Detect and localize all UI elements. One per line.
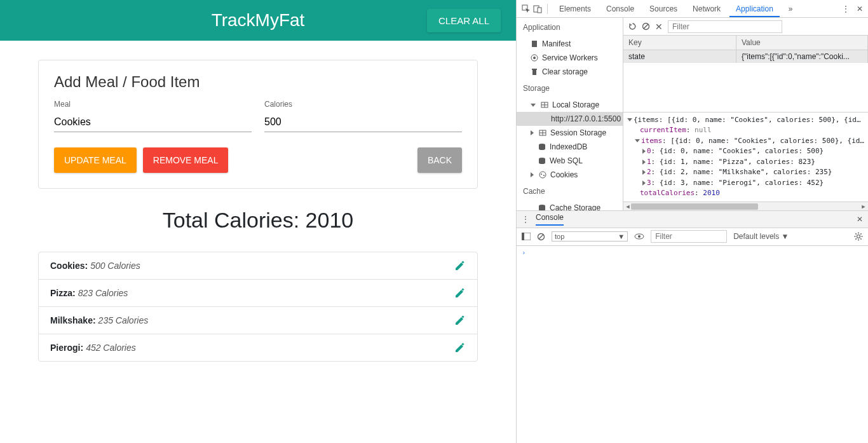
svg-point-29	[543, 175, 545, 176]
chevron-down-icon	[531, 104, 536, 107]
svg-line-53	[860, 233, 861, 234]
tabs-more[interactable]: »	[782, 1, 799, 17]
svg-point-26	[539, 161, 545, 164]
console-toolbar: top▼ Default levels ▼	[517, 228, 868, 246]
app-header: TrackMyFat CLEAR ALL	[0, 0, 516, 41]
delete-icon[interactable]: ✕	[655, 22, 663, 32]
svg-line-50	[855, 233, 856, 234]
edit-icon[interactable]	[454, 260, 466, 271]
svg-rect-3	[461, 343, 464, 345]
svg-point-44	[638, 235, 641, 238]
block-icon[interactable]	[642, 22, 650, 31]
tab-network[interactable]: Network	[686, 1, 727, 17]
item-calories: 235 Calories	[98, 315, 149, 325]
inspect-icon[interactable]	[522, 4, 531, 13]
chevron-down-icon[interactable]	[635, 139, 640, 142]
chevron-right-icon	[531, 130, 534, 135]
svg-line-38	[644, 24, 648, 29]
chevron-right-icon[interactable]	[642, 160, 646, 165]
sidebar-item-clear-storage[interactable]: Clear storage	[517, 65, 623, 79]
sidebar-item-local-storage-origin[interactable]: http://127.0.0.1:5500	[517, 112, 623, 126]
storage-toolbar: ✕	[623, 18, 868, 36]
meal-label: Meal	[54, 100, 252, 109]
storage-table-header: Key Value	[623, 36, 868, 50]
tab-console[interactable]: Console	[600, 1, 641, 17]
svg-line-51	[860, 238, 861, 239]
storage-filter-input[interactable]	[668, 20, 782, 33]
chevron-right-icon[interactable]	[642, 170, 646, 175]
sidebar-toggle-icon[interactable]	[522, 233, 531, 240]
devtools-main: ✕ Key Value state {"items":[{"id":0,"nam…	[623, 18, 868, 210]
console-filter-input[interactable]	[651, 230, 727, 243]
sidebar-item-cache-storage[interactable]: Cache Storage	[517, 201, 623, 210]
sidebar-item-local-storage[interactable]: Local Storage	[517, 98, 623, 112]
svg-rect-10	[532, 70, 536, 75]
item-calories: 452 Calories	[86, 343, 136, 353]
back-button[interactable]: BACK	[417, 147, 462, 173]
eye-icon[interactable]	[634, 233, 644, 240]
svg-line-42	[539, 235, 543, 239]
edit-icon[interactable]	[454, 315, 466, 326]
item-name: Pierogi:	[50, 343, 83, 353]
sidebar-item-manifest[interactable]: Manifest	[517, 37, 623, 51]
th-key[interactable]: Key	[623, 36, 736, 50]
app-brand: TrackMyFat	[212, 10, 305, 31]
list-item: Pizza: 823 Calories	[39, 280, 477, 307]
meal-input[interactable]	[54, 112, 252, 132]
tab-application[interactable]: Application	[729, 1, 780, 17]
item-name: Cookies:	[50, 261, 88, 271]
scroll-thumb[interactable]	[631, 203, 758, 210]
item-name: Pizza:	[50, 288, 76, 298]
edit-icon[interactable]	[454, 342, 466, 353]
close-icon[interactable]: ✕	[857, 4, 863, 13]
item-calories: 823 Calories	[78, 288, 128, 298]
item-name: Milkshake:	[50, 315, 96, 325]
svg-point-9	[533, 57, 536, 59]
chevron-right-icon	[531, 172, 534, 177]
tab-elements[interactable]: Elements	[553, 1, 597, 17]
sidebar-item-websql[interactable]: Web SQL	[517, 154, 623, 168]
sidebar-item-service-workers[interactable]: Service Workers	[517, 51, 623, 65]
calories-input[interactable]	[264, 112, 462, 132]
console-body[interactable]: ›	[517, 246, 868, 444]
th-value[interactable]: Value	[736, 36, 868, 50]
horizontal-scrollbar[interactable]: ◄ ►	[623, 201, 868, 210]
sidebar-item-indexeddb[interactable]: IndexedDB	[517, 140, 623, 154]
levels-selector[interactable]: Default levels ▼	[733, 232, 789, 241]
edit-icon[interactable]	[454, 287, 466, 299]
chevron-right-icon[interactable]	[642, 181, 646, 186]
scroll-right-icon[interactable]: ►	[860, 203, 867, 210]
gear-icon[interactable]	[854, 232, 863, 241]
list-item: Milkshake: 235 Calories	[39, 307, 477, 334]
chevron-right-icon[interactable]	[642, 149, 646, 154]
svg-point-28	[541, 174, 542, 175]
clear-console-icon[interactable]	[537, 233, 545, 241]
clear-all-button[interactable]: CLEAR ALL	[427, 9, 501, 32]
remove-meal-button[interactable]: REMOVE MEAL	[143, 147, 229, 173]
item-calories: 500 Calories	[90, 261, 140, 271]
devtools-panel: Elements Console Sources Network Applica…	[516, 0, 868, 443]
svg-line-52	[855, 238, 856, 239]
tab-sources[interactable]: Sources	[643, 1, 684, 17]
sidebar-item-cookies[interactable]: Cookies	[517, 168, 623, 182]
refresh-icon[interactable]	[628, 22, 637, 31]
storage-row[interactable]: state {"items":[{"id":0,"name":"Cooki...	[623, 50, 868, 63]
sidebar-item-session-storage[interactable]: Session Storage	[517, 126, 623, 140]
scroll-left-icon[interactable]: ◄	[625, 203, 631, 210]
devtools-sidebar: Application Manifest Service Workers Cle…	[517, 18, 623, 210]
devtools-tabbar: Elements Console Sources Network Applica…	[517, 0, 868, 18]
svg-point-45	[857, 235, 860, 238]
kebab-icon[interactable]: ⋮	[522, 215, 529, 224]
list-item: Pierogi: 452 Calories	[39, 334, 477, 361]
svg-rect-6	[538, 8, 541, 13]
chevron-down-icon[interactable]	[627, 118, 632, 121]
device-icon[interactable]	[533, 4, 542, 13]
console-tab[interactable]: Console	[536, 213, 564, 226]
meal-form-card: Add Meal / Food Item Meal Calories UPDAT…	[38, 60, 478, 189]
list-item: Cookies: 500 Calories	[39, 252, 477, 280]
update-meal-button[interactable]: UPDATE MEAL	[54, 147, 137, 173]
meal-list: Cookies: 500 CaloriesPizza: 823 Calories…	[38, 252, 478, 362]
context-selector[interactable]: top▼	[552, 231, 628, 242]
kebab-icon[interactable]: ⋮	[842, 4, 849, 13]
close-icon[interactable]: ✕	[857, 215, 863, 224]
